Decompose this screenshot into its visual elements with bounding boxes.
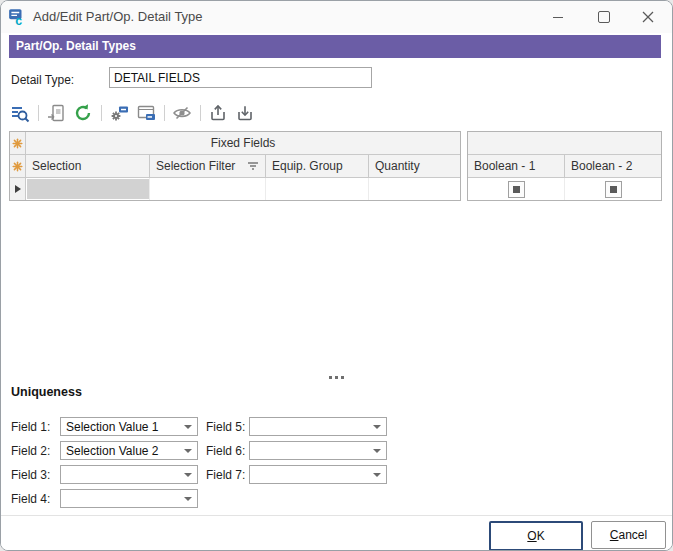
indeterminate-mark <box>610 186 617 193</box>
fixed-fields-group: Fixed Fields Selection Selection Filter … <box>9 131 461 201</box>
chevron-down-icon <box>184 497 192 501</box>
field-1-dropdown[interactable]: Selection Value 1 <box>60 417 198 436</box>
field-4-dropdown[interactable] <box>60 489 198 508</box>
toolbar-separator <box>38 105 39 121</box>
column-header-selection-filter[interactable]: Selection Filter <box>150 155 266 178</box>
cell-boolean-2[interactable] <box>565 178 661 200</box>
column-header-boolean-2[interactable]: Boolean - 2 <box>565 155 661 178</box>
field-7-dropdown[interactable] <box>249 465 387 484</box>
field-2-dropdown[interactable]: Selection Value 2 <box>60 441 198 460</box>
app-icon: c <box>8 8 26 26</box>
splitter-dot <box>335 376 338 379</box>
row-indicator-cell <box>10 178 26 200</box>
chevron-down-icon <box>184 449 192 453</box>
column-header-selection[interactable]: Selection <box>26 155 150 178</box>
maximize-icon <box>598 11 610 23</box>
boolean-fields-group: Boolean - 1 Boolean - 2 <box>467 131 662 201</box>
chevron-down-icon <box>184 425 192 429</box>
maximize-button[interactable] <box>581 1 626 33</box>
field-1-label: Field 1: <box>11 420 50 434</box>
cell-equip-group[interactable] <box>266 178 369 200</box>
detail-type-label: Detail Type: <box>11 73 74 87</box>
detail-type-input[interactable] <box>109 67 372 88</box>
close-button[interactable] <box>625 1 670 33</box>
cell-quantity[interactable] <box>369 178 460 200</box>
toolbar-separator <box>101 105 102 121</box>
splitter-dot <box>341 376 344 379</box>
toolbar-separator <box>200 105 201 121</box>
group-header-fixed-fields: Fixed Fields <box>26 132 460 155</box>
titlebar[interactable]: c Add/Edit Part/Op. Detail Type <box>1 1 672 33</box>
find-records-icon[interactable] <box>9 102 31 124</box>
column-header-quantity[interactable]: Quantity <box>369 155 460 178</box>
current-row-arrow-icon <box>15 185 21 193</box>
refresh-icon[interactable] <box>72 102 94 124</box>
filter-icon[interactable] <box>247 161 259 171</box>
chevron-down-icon <box>184 473 192 477</box>
toolbar-separator <box>164 105 165 121</box>
boolean-1-checkbox[interactable] <box>508 181 525 198</box>
toolbar <box>9 100 261 126</box>
upload-icon[interactable] <box>207 102 229 124</box>
field-5-label: Field 5: <box>206 420 245 434</box>
chevron-down-icon <box>373 473 381 477</box>
indicator-header-cell <box>10 132 26 155</box>
minimize-icon <box>553 17 563 18</box>
splitter-handle[interactable] <box>329 376 344 379</box>
field-6-dropdown[interactable] <box>249 441 387 460</box>
cell-selection[interactable] <box>26 178 150 200</box>
download-icon[interactable] <box>234 102 256 124</box>
indicator-header-cell <box>10 155 26 178</box>
dialog-window: c Add/Edit Part/Op. Detail Type Part/Op.… <box>0 0 673 551</box>
cell-boolean-1[interactable] <box>468 178 565 200</box>
field-3-dropdown[interactable] <box>60 465 198 484</box>
field-3-label: Field 3: <box>11 468 50 482</box>
field-4-label: Field 4: <box>11 492 50 506</box>
cell-selection-filter[interactable] <box>150 178 266 200</box>
new-row-indicator-icon <box>12 138 23 149</box>
section-banner: Part/Op. Detail Types <box>9 35 661 58</box>
field-5-dropdown[interactable] <box>249 417 387 436</box>
process-settings-icon[interactable] <box>108 102 130 124</box>
field-2-label: Field 2: <box>11 444 50 458</box>
group-header-boolean <box>468 132 661 155</box>
hide-preview-icon[interactable] <box>171 102 193 124</box>
field-7-label: Field 7: <box>206 468 245 482</box>
chevron-down-icon <box>373 449 381 453</box>
svg-text:c: c <box>15 14 22 26</box>
uniqueness-title: Uniqueness <box>11 385 82 399</box>
minimize-button[interactable] <box>535 1 580 33</box>
export-document-icon[interactable] <box>45 102 67 124</box>
column-header-boolean-1[interactable]: Boolean - 1 <box>468 155 565 178</box>
detail-fields-grid: Fixed Fields Selection Selection Filter … <box>9 131 664 202</box>
field-6-label: Field 6: <box>206 444 245 458</box>
ok-button[interactable]: OK <box>489 521 583 551</box>
layout-panel-icon[interactable] <box>135 102 157 124</box>
new-row-indicator-icon <box>12 161 23 172</box>
column-header-equip-group[interactable]: Equip. Group <box>266 155 369 178</box>
window-title: Add/Edit Part/Op. Detail Type <box>33 9 203 24</box>
selected-cell-highlight <box>27 179 149 199</box>
splitter-dot <box>329 376 332 379</box>
boolean-2-checkbox[interactable] <box>605 181 622 198</box>
chevron-down-icon <box>373 425 381 429</box>
cancel-button[interactable]: Cancel <box>591 521 666 549</box>
indeterminate-mark <box>513 186 520 193</box>
close-icon <box>642 11 654 23</box>
